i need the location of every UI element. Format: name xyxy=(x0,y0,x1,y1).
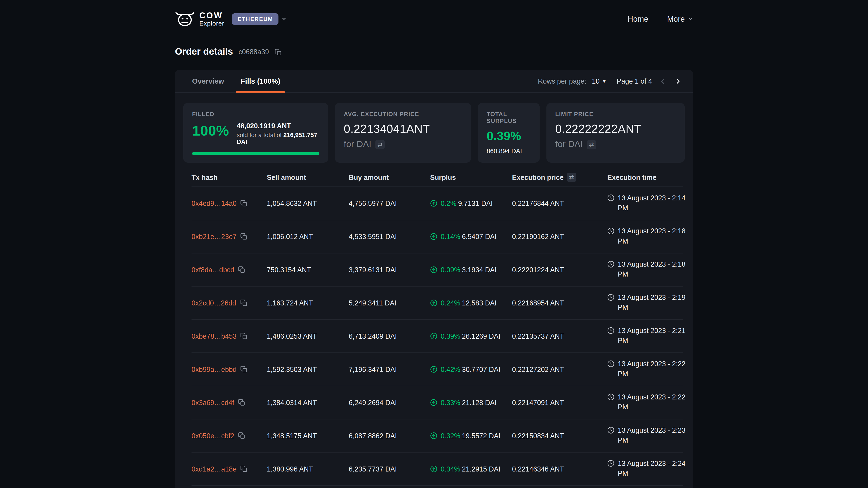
tx-hash-link[interactable]: 0xbe78…b453 xyxy=(191,332,237,340)
execution-price: 0.22147091 ANT xyxy=(512,398,607,406)
surplus-percent: 0.33% xyxy=(440,398,460,406)
cow-explorer-logo[interactable]: COW Explorer xyxy=(175,11,224,27)
execution-time: 13 August 2023 - 2:21 PM xyxy=(618,326,692,346)
swap-icon[interactable]: ⇄ xyxy=(375,140,385,149)
tx-hash-link[interactable]: 0x3a69…cd4f xyxy=(191,398,234,406)
table-row: 0xbe78…b453 1,486.0253 ANT 6,713.2409 DA… xyxy=(191,320,683,353)
execution-time: 13 August 2023 - 2:22 PM xyxy=(618,360,692,379)
buy-amount: 6,235.7737 DAI xyxy=(349,465,430,473)
surplus-percent: 0.14% xyxy=(440,233,460,240)
copy-icon[interactable] xyxy=(241,332,248,340)
execution-time: 13 August 2023 - 2:18 PM xyxy=(618,260,692,280)
page-title: Order details xyxy=(175,46,233,58)
surplus-amount: 21.128 DAI xyxy=(462,398,497,406)
copy-icon[interactable] xyxy=(274,48,282,56)
execution-price: 0.22135737 ANT xyxy=(512,332,607,340)
avg-price-for-label: for DAI xyxy=(344,139,371,149)
swap-icon[interactable]: ⇄ xyxy=(587,140,596,149)
execution-price: 0.22127202 ANT xyxy=(512,365,607,373)
clock-icon xyxy=(608,260,615,268)
clock-icon xyxy=(608,294,615,301)
limit-price-value: 0.22222222ANT xyxy=(555,122,676,135)
surplus-amount: 30.7707 DAI xyxy=(462,365,500,373)
tab-bar: Overview Fills (100%) Rows per page: 10 … xyxy=(175,70,693,93)
copy-icon[interactable] xyxy=(240,299,247,306)
copy-icon[interactable] xyxy=(241,233,248,240)
tx-hash-link[interactable]: 0xf8da…dbcd xyxy=(191,266,234,273)
chevron-down-icon xyxy=(688,16,693,22)
tx-hash-link[interactable]: 0x2cd0…26dd xyxy=(191,299,236,307)
surplus-percent: 0.09% xyxy=(440,266,460,273)
execution-time: 13 August 2023 - 2:18 PM xyxy=(618,227,692,246)
tx-hash-link[interactable]: 0xd1a2…a18e xyxy=(191,465,237,473)
tx-hash-link[interactable]: 0x050e…cbf2 xyxy=(191,432,234,440)
clock-icon xyxy=(608,460,615,467)
limit-price-for-label: for DAI xyxy=(555,139,583,149)
sell-amount: 1,006.012 ANT xyxy=(267,233,348,240)
copy-icon[interactable] xyxy=(241,366,248,373)
execution-time: 13 August 2023 - 2:23 PM xyxy=(618,426,692,446)
surplus-up-icon xyxy=(430,465,437,473)
copy-icon[interactable] xyxy=(241,200,248,207)
page-head: Order details c0688a39 xyxy=(175,46,693,58)
sell-amount: 1,348.5175 ANT xyxy=(267,432,348,440)
tx-hash-link[interactable]: 0xb21e…23e7 xyxy=(191,233,237,240)
stat-avg-price: AVG. EXECUTION PRICE 0.22134041ANT for D… xyxy=(335,103,471,163)
execution-price: 0.22168954 ANT xyxy=(512,299,607,307)
next-page-button[interactable] xyxy=(673,76,683,86)
surplus-up-icon xyxy=(430,299,437,306)
buy-amount: 4,533.5951 DAI xyxy=(349,233,430,240)
clock-icon xyxy=(608,427,615,434)
stat-limit-price: LIMIT PRICE 0.22222222ANT for DAI ⇄ xyxy=(546,103,685,163)
pagination: Rows per page: 10 ▼ Page 1 of 4 xyxy=(538,76,683,86)
nav-more[interactable]: More xyxy=(667,14,693,23)
cow-icon xyxy=(175,11,195,27)
surplus-up-icon xyxy=(430,366,437,373)
sell-amount: 750.3154 ANT xyxy=(267,266,348,273)
tx-hash-link[interactable]: 0xb99a…ebbd xyxy=(191,365,237,373)
surplus-amount: 9.7131 DAI xyxy=(458,199,493,207)
table-row: 0x3a69…cd4f 1,384.0314 ANT 6,249.2694 DA… xyxy=(191,386,683,419)
tab-overview[interactable]: Overview xyxy=(184,70,232,92)
page: COW Explorer ETHEREUM Home More xyxy=(0,0,868,488)
execution-price: 0.22176844 ANT xyxy=(512,199,607,207)
surplus-amount: 19.5572 DAI xyxy=(462,432,500,440)
chevron-down-icon xyxy=(281,16,287,22)
nav-home[interactable]: Home xyxy=(627,14,648,23)
surplus-percent: 0.2% xyxy=(440,199,456,207)
surplus-percent: 0.34% xyxy=(440,465,460,473)
clock-icon xyxy=(608,360,615,367)
execution-time: 13 August 2023 - 2:24 PM xyxy=(618,459,692,479)
table-body: 0x4ed9…14a0 1,054.8632 ANT 4,756.5977 DA… xyxy=(191,187,683,486)
copy-icon[interactable] xyxy=(238,399,245,406)
sell-amount: 1,163.724 ANT xyxy=(267,299,348,307)
prev-page-button[interactable] xyxy=(657,76,668,86)
buy-amount: 5,249.3411 DAI xyxy=(349,299,430,307)
col-sell-amount: Sell amount xyxy=(267,173,348,181)
col-tx-hash: Tx hash xyxy=(191,173,267,181)
copy-icon[interactable] xyxy=(238,432,245,440)
tx-hash-link[interactable]: 0x4ed9…14a0 xyxy=(191,199,237,207)
swap-icon[interactable]: ⇄ xyxy=(567,173,577,182)
rows-per-page-select[interactable]: 10 ▼ xyxy=(592,77,607,85)
stat-total-surplus: TOTAL SURPLUS 0.39% 860.894 DAI xyxy=(477,103,539,163)
copy-icon[interactable] xyxy=(238,266,245,273)
buy-amount: 6,713.2409 DAI xyxy=(349,332,430,340)
clock-icon xyxy=(608,393,615,400)
network-badge[interactable]: ETHEREUM xyxy=(232,13,279,25)
caret-down-icon: ▼ xyxy=(602,78,607,84)
stat-avg-price-label: AVG. EXECUTION PRICE xyxy=(344,111,462,117)
col-surplus: Surplus xyxy=(430,173,512,181)
surplus-up-icon xyxy=(430,200,437,207)
tab-fills[interactable]: Fills (100%) xyxy=(232,70,289,92)
top-bar: COW Explorer ETHEREUM Home More xyxy=(175,0,693,29)
buy-amount: 6,087.8862 DAI xyxy=(349,432,430,440)
table-row: 0xb99a…ebbd 1,592.3503 ANT 7,196.3471 DA… xyxy=(191,353,683,386)
network-selector[interactable]: ETHEREUM xyxy=(232,13,287,25)
copy-icon[interactable] xyxy=(241,465,248,473)
clock-icon xyxy=(608,228,615,235)
logo-title: COW xyxy=(199,11,224,20)
table-row: 0xb21e…23e7 1,006.012 ANT 4,533.5951 DAI… xyxy=(191,220,683,254)
stat-filled: FILLED 100% 48,020.1919 ANT sold for a t… xyxy=(183,103,329,163)
fill-progress-bar xyxy=(192,152,319,155)
